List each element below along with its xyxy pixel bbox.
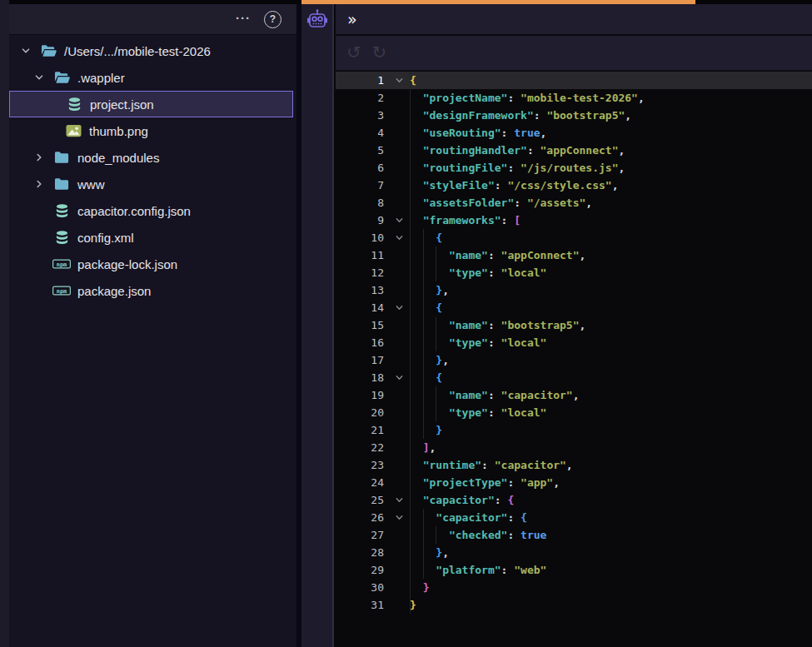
code-line[interactable]: 1{: [336, 72, 812, 89]
fold-slot: [388, 386, 410, 404]
tree-item-label: config.xml: [77, 231, 134, 245]
code-text: "designFramework": "bootstrap5",: [410, 107, 631, 124]
database-icon: [52, 230, 71, 246]
code-line[interactable]: 6 "routingFile": "/js/routes.js",: [336, 159, 812, 177]
line-number: 24: [336, 474, 388, 491]
code-line[interactable]: 10 {: [336, 229, 812, 246]
code-line[interactable]: 31}: [336, 596, 812, 614]
tree-item-node-modules[interactable]: node_modules: [9, 144, 293, 171]
tree-item-thumb-png[interactable]: thumb.png: [9, 117, 293, 144]
assistant-rail: [301, 0, 334, 647]
code-line[interactable]: 29 "platform": "web": [336, 561, 812, 579]
line-number: 21: [336, 421, 388, 439]
tree-item-www[interactable]: www: [9, 171, 293, 197]
tree-item-users-mobile-test-2026[interactable]: /Users/.../mobile-test-2026: [9, 37, 293, 64]
chevron-down-icon[interactable]: [21, 46, 39, 56]
editor-toolbar: ↺ ↻: [336, 36, 812, 71]
fold-chevron-icon[interactable]: [388, 212, 410, 229]
wappler-ide-window: ··· ? /Users/.../mobile-test-2026.wapple…: [0, 0, 812, 647]
more-options-icon[interactable]: ···: [236, 12, 251, 27]
code-line[interactable]: 4 "useRouting": true,: [336, 124, 812, 142]
fold-slot: [388, 194, 410, 212]
file-manager-header: ··· ?: [9, 4, 296, 35]
code-line[interactable]: 17 },: [336, 351, 812, 369]
tree-item-capacitor-config-json[interactable]: capacitor.config.json: [9, 197, 293, 224]
tree-item-config-xml[interactable]: config.xml: [9, 224, 293, 251]
image-icon: [64, 124, 82, 137]
fold-slot: [388, 142, 410, 159]
file-tree: /Users/.../mobile-test-2026.wapplerproje…: [9, 37, 296, 304]
code-line[interactable]: 30 }: [336, 579, 812, 596]
code-text: },: [410, 544, 449, 561]
code-line[interactable]: 21 }: [336, 421, 812, 439]
code-line[interactable]: 2 "projectName": "mobile-test-2026",: [336, 89, 812, 107]
line-number: 18: [336, 369, 388, 386]
code-line[interactable]: 23 "runtime": "capacitor",: [336, 456, 812, 474]
line-number: 15: [336, 316, 388, 334]
code-line[interactable]: 26 "capacitor": {: [336, 509, 812, 526]
undo-icon[interactable]: ↺: [346, 44, 361, 62]
fold-chevron-icon[interactable]: [388, 72, 410, 89]
code-text: {: [410, 72, 416, 89]
fold-slot: [388, 334, 410, 351]
line-number: 8: [336, 194, 388, 212]
fold-chevron-icon[interactable]: [388, 491, 410, 509]
code-line[interactable]: 9 "frameworks": [: [336, 212, 812, 229]
line-number: 19: [336, 386, 388, 404]
collapse-panel-icon[interactable]: »: [347, 12, 357, 27]
code-line[interactable]: 25 "capacitor": {: [336, 491, 812, 509]
code-line[interactable]: 11 "name": "appConnect",: [336, 246, 812, 264]
code-line[interactable]: 27 "checked": true: [336, 526, 812, 544]
code-text: "type": "local": [410, 264, 546, 281]
code-text: ],: [410, 439, 436, 456]
code-lines: 1{2 "projectName": "mobile-test-2026",3 …: [336, 72, 812, 614]
fold-slot: [388, 316, 410, 334]
code-line[interactable]: 5 "routingHandler": "appConnect",: [336, 142, 812, 159]
fold-chevron-icon[interactable]: [388, 299, 410, 316]
code-line[interactable]: 24 "projectType": "app",: [336, 474, 812, 491]
code-line[interactable]: 28 },: [336, 544, 812, 561]
robot-assistant-icon[interactable]: [305, 7, 330, 32]
code-text: "name": "capacitor",: [410, 386, 580, 404]
chevron-right-icon[interactable]: [34, 179, 52, 189]
code-text: "type": "local": [410, 404, 546, 421]
fold-slot: [388, 596, 410, 614]
folder-icon: [52, 177, 71, 191]
code-line[interactable]: 7 "styleFile": "/css/style.css",: [336, 177, 812, 194]
fold-chevron-icon[interactable]: [388, 369, 410, 386]
code-line[interactable]: 14 {: [336, 299, 812, 316]
chevron-right-icon[interactable]: [34, 152, 52, 162]
redo-icon[interactable]: ↻: [372, 44, 387, 62]
fold-slot: [388, 124, 410, 142]
tree-item-package-lock-json[interactable]: npmpackage-lock.json: [9, 251, 293, 277]
line-number: 6: [336, 159, 388, 177]
tree-item-project-json[interactable]: project.json: [9, 91, 293, 117]
code-line[interactable]: 18 {: [336, 369, 812, 386]
code-line[interactable]: 15 "name": "bootstrap5",: [336, 316, 812, 334]
code-text: "capacitor": {: [410, 509, 527, 526]
code-line[interactable]: 22 ],: [336, 439, 812, 456]
tree-item-label: thumb.png: [89, 124, 148, 138]
chevron-down-icon[interactable]: [34, 72, 52, 82]
editor-header: »: [336, 4, 812, 35]
code-line[interactable]: 16 "type": "local": [336, 334, 812, 351]
fold-chevron-icon[interactable]: [388, 229, 410, 246]
code-line[interactable]: 20 "type": "local": [336, 404, 812, 421]
tree-item-package-json[interactable]: npmpackage.json: [9, 277, 293, 304]
code-line[interactable]: 8 "assetsFolder": "/assets",: [336, 194, 812, 212]
fold-slot: [388, 351, 410, 369]
fold-chevron-icon[interactable]: [388, 509, 410, 526]
code-text: "runtime": "capacitor",: [410, 456, 573, 474]
code-line[interactable]: 12 "type": "local": [336, 264, 812, 281]
code-line[interactable]: 3 "designFramework": "bootstrap5",: [336, 107, 812, 124]
code-line[interactable]: 13 },: [336, 281, 812, 299]
fold-slot: [388, 421, 410, 439]
code-line[interactable]: 19 "name": "capacitor",: [336, 386, 812, 404]
tree-item-wappler[interactable]: .wappler: [9, 64, 293, 91]
fold-slot: [388, 89, 410, 107]
line-number: 26: [336, 509, 388, 526]
code-text: "frameworks": [: [410, 212, 521, 229]
database-icon: [65, 97, 83, 112]
help-icon[interactable]: ?: [264, 11, 281, 28]
tree-item-label: www: [77, 177, 105, 192]
